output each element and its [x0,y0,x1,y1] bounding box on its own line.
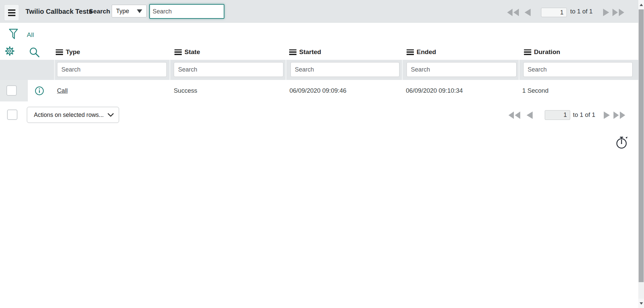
column-header-label: State [184,48,200,56]
global-search-input[interactable] [150,5,224,18]
row-duration-value: 1 Second [522,80,548,101]
column-search-state [174,62,283,77]
search-field-select-value: Type [112,8,137,15]
hamburger-menu-icon [8,9,15,16]
column-header-type[interactable]: Type [56,47,80,57]
scrollbar-up-button[interactable] [638,0,644,9]
search-label: Search [89,0,110,23]
column-separator [169,60,170,80]
page-number-input[interactable] [541,8,567,17]
column-search-type [57,62,167,77]
page-range-text: to 1 of 1 [570,0,593,23]
last-page-button-bottom[interactable] [613,112,626,119]
column-menu-icon[interactable] [289,49,297,55]
scrollbar-thumb[interactable] [639,9,644,282]
column-search-input-started[interactable] [291,62,399,77]
column-separator [402,60,403,80]
column-search-input-ended[interactable] [407,62,516,77]
column-header-label: Duration [534,48,560,56]
column-separator [285,60,286,80]
column-header-ended[interactable]: Ended [407,47,436,57]
column-search-input-state[interactable] [174,62,283,77]
select-all-checkbox[interactable] [7,109,17,120]
row-state-value: Success [174,80,197,101]
column-header-duration[interactable]: Duration [524,47,560,57]
column-menu-icon[interactable] [56,49,63,55]
actions-select[interactable]: Actions on selected rows... [27,107,119,123]
column-menu-icon[interactable] [407,49,414,55]
row-started-value: 06/09/2020 09:09:46 [289,80,346,101]
column-separator [54,60,55,80]
gear-icon[interactable] [5,46,15,56]
select-caret-icon [137,9,142,13]
page-number-input-bottom[interactable] [545,110,570,120]
previous-page-button-bottom[interactable] [527,112,533,119]
column-header-label: Ended [417,48,436,56]
page-range-text-bottom: to 1 of 1 [573,107,595,123]
magnifier-icon[interactable] [29,47,40,58]
first-page-button[interactable] [507,9,519,16]
triangle-up-icon [640,4,643,6]
info-icon[interactable] [35,86,44,95]
next-page-button[interactable] [603,9,609,16]
column-search-input-duration[interactable] [524,62,632,77]
column-search-started [290,62,399,77]
vertical-scrollbar[interactable] [638,0,644,308]
stopwatch-icon[interactable] [614,134,630,150]
page-title: Twilio Callback Tests [25,0,92,23]
column-header-label: Started [299,48,321,56]
last-page-button[interactable] [612,9,625,16]
search-field-select[interactable]: Type [112,5,147,17]
app-window: Twilio Callback Tests Search Type to 1 o… [0,0,644,308]
column-search-duration [523,62,633,77]
scrollbar-down-button[interactable] [638,299,644,308]
top-bar: Twilio Callback Tests Search Type to 1 o… [0,0,644,23]
actions-select-value: Actions on selected rows... [27,112,108,119]
column-search-input-type[interactable] [57,62,166,77]
row-type-link[interactable]: Call [57,80,68,101]
column-header-state[interactable]: State [174,47,200,57]
hamburger-menu-button[interactable] [4,4,19,21]
previous-page-button[interactable] [525,9,531,16]
row-ended-value: 06/09/2020 09:10:34 [406,80,463,101]
column-menu-icon[interactable] [174,49,182,55]
column-separator [519,60,520,80]
column-header-started[interactable]: Started [289,47,321,57]
next-page-button-bottom[interactable] [604,112,610,119]
funnel-icon[interactable] [9,28,18,41]
column-header-label: Type [66,48,80,56]
global-search-box [149,4,224,19]
first-page-button-bottom[interactable] [508,112,521,119]
column-search-ended [407,62,517,77]
filter-all-link[interactable]: All [27,31,34,39]
chevron-down-icon [108,113,114,117]
triangle-down-icon [640,302,643,305]
column-menu-icon[interactable] [524,49,531,55]
row-checkbox[interactable] [6,85,17,96]
